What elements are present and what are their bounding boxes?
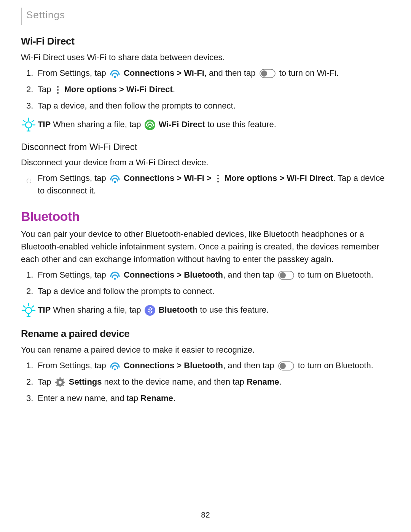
bluetooth-intro: You can pair your device to other Blueto…	[21, 228, 390, 265]
text-bold: Connections > Bluetooth	[121, 270, 223, 280]
text-bold: Connections > Bluetooth	[121, 361, 223, 370]
text: , and then tap	[223, 361, 277, 370]
text: .	[173, 393, 175, 403]
tip-bulb-icon	[21, 117, 36, 132]
text: to turn on Bluetooth.	[296, 270, 373, 280]
toggle-off-icon	[260, 69, 276, 78]
text-bold: More options > Wi-Fi Direct	[222, 173, 333, 183]
tip-text: TIP When sharing a file, tap Bluetooth t…	[38, 304, 269, 316]
tip-label: TIP	[38, 305, 51, 315]
wifi-direct-share-icon	[145, 120, 155, 130]
tip-bulb-icon	[21, 302, 36, 317]
bullet-circle-icon	[26, 174, 32, 180]
text: From Settings, tap	[38, 270, 108, 280]
rename-steps: From Settings, tap Connections > Bluetoo…	[21, 359, 390, 404]
text: .	[173, 85, 175, 94]
text: Enter a new name, and tap	[38, 393, 140, 403]
text: .	[279, 377, 281, 387]
text: to use this feature.	[205, 120, 276, 129]
text: When sharing a file, tap	[51, 305, 143, 315]
list-item: Tap Settings next to the device name, an…	[38, 375, 390, 388]
gear-icon	[55, 377, 65, 388]
text: Tap	[38, 85, 54, 94]
text: From Settings, tap	[38, 68, 108, 78]
text: From Settings, tap	[38, 361, 108, 370]
tip-row: TIP When sharing a file, tap Wi-Fi Direc…	[21, 117, 390, 132]
more-options-icon	[215, 174, 221, 183]
heading-wifi-direct: Wi-Fi Direct	[21, 34, 390, 49]
text-bold: Connections > Wi-Fi	[121, 68, 204, 78]
text: next to the device name, and then tap	[102, 377, 247, 387]
list-item: Tap a device, and then follow the prompt…	[38, 99, 390, 112]
tip-text: TIP When sharing a file, tap Wi-Fi Direc…	[38, 118, 276, 131]
wifi-icon	[110, 270, 120, 281]
list-item: Tap More options > Wi-Fi Direct.	[38, 83, 390, 96]
text: From Settings, tap	[38, 173, 108, 183]
bluetooth-share-icon	[145, 305, 155, 316]
page-header: Settings	[21, 8, 390, 25]
text: to turn on Bluetooth.	[296, 361, 373, 370]
text-bold: More options > Wi-Fi Direct	[62, 85, 173, 94]
wifi-icon	[110, 173, 120, 184]
list-item: From Settings, tap Connections > Bluetoo…	[38, 359, 390, 372]
toggle-off-icon	[278, 271, 294, 280]
text-bold: Connections > Wi-Fi >	[121, 173, 214, 183]
text: Tap	[38, 377, 54, 387]
rename-intro: You can rename a paired device to make i…	[21, 343, 390, 356]
bluetooth-steps: From Settings, tap Connections > Bluetoo…	[21, 268, 390, 297]
more-options-icon	[55, 85, 61, 94]
heading-disconnect: Disconnect from Wi-Fi Direct	[21, 140, 390, 154]
wifi-icon	[110, 361, 120, 371]
wifi-direct-steps: From Settings, tap Connections > Wi-Fi, …	[21, 67, 390, 112]
list-item: From Settings, tap Connections > Wi-Fi >…	[38, 172, 390, 197]
list-item: Enter a new name, and tap Rename.	[38, 392, 390, 404]
disconnect-steps: From Settings, tap Connections > Wi-Fi >…	[21, 172, 390, 197]
tip-label: TIP	[38, 120, 51, 129]
text: , and then tap	[223, 270, 277, 280]
list-item: Tap a device and follow the prompts to c…	[38, 285, 390, 297]
heading-rename: Rename a paired device	[21, 326, 390, 341]
page-number: 82	[0, 509, 411, 521]
heading-bluetooth: Bluetooth	[21, 207, 390, 226]
wifi-direct-intro: Wi-Fi Direct uses Wi-Fi to share data be…	[21, 51, 390, 64]
text-bold: Wi-Fi Direct	[156, 120, 205, 129]
text-bold: Rename	[247, 377, 279, 387]
text: to use this feature.	[198, 305, 269, 315]
text: to turn on Wi-Fi.	[277, 68, 339, 78]
text-bold: Rename	[140, 393, 173, 403]
text-bold: Settings	[67, 377, 102, 387]
disconnect-intro: Disconnect your device from a Wi-Fi Dire…	[21, 156, 390, 169]
wifi-icon	[110, 68, 120, 79]
list-item: From Settings, tap Connections > Bluetoo…	[38, 268, 390, 281]
text: , and then tap	[204, 68, 258, 78]
tip-row: TIP When sharing a file, tap Bluetooth t…	[21, 302, 390, 317]
list-item: From Settings, tap Connections > Wi-Fi, …	[38, 67, 390, 79]
text-bold: Bluetooth	[156, 305, 198, 315]
toggle-off-icon	[278, 361, 294, 371]
text: When sharing a file, tap	[51, 120, 143, 129]
